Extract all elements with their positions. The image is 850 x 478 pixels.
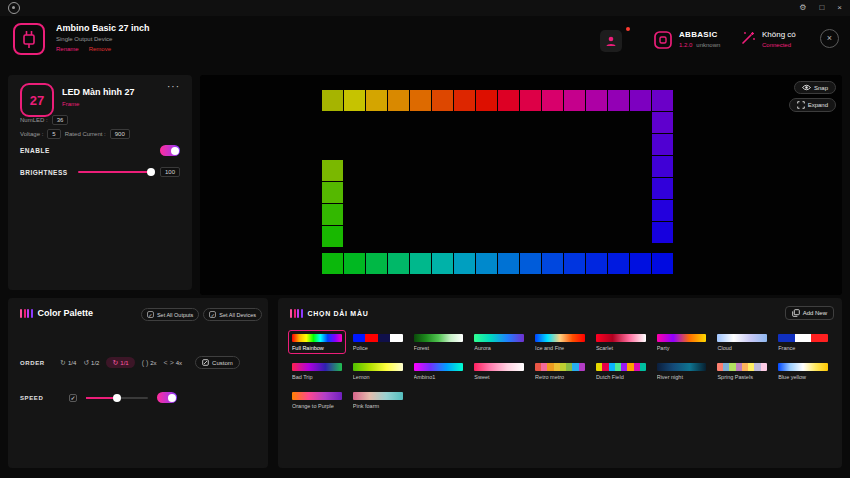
palette-swatch[interactable]: Spring Pastels (713, 359, 771, 383)
palette-swatch[interactable]: Ambino1 (410, 359, 468, 383)
palette-swatch[interactable]: Ice and Fire (531, 330, 589, 354)
connection-section[interactable]: Không có Connected (740, 30, 796, 48)
brightness-slider-knob[interactable] (147, 168, 155, 176)
expand-icon (797, 101, 805, 109)
speed-label: SPEED (20, 395, 60, 401)
snap-button[interactable]: Snap (794, 81, 836, 94)
palette-name: Lemon (353, 374, 403, 380)
led-cell (542, 90, 563, 111)
brightness-slider[interactable] (78, 171, 154, 173)
palette-name: Aurora (474, 345, 524, 351)
palette-gradient-bar (535, 363, 585, 371)
led-cell (498, 90, 519, 111)
palette-swatch[interactable]: Police (349, 330, 407, 354)
palette-swatch[interactable]: Sweet (470, 359, 528, 383)
order-option-custom[interactable]: Custom (195, 356, 240, 369)
palette-gradient-bar (596, 363, 646, 371)
palette-swatch[interactable]: Retro metro (531, 359, 589, 383)
account-section[interactable]: ABBASIC 1.2.0unknown (653, 30, 720, 50)
led-cell (432, 253, 453, 274)
palette-name: Full Rainbow (292, 345, 342, 351)
connection-name: Không có (762, 30, 796, 39)
palette-swatch[interactable]: Dutch Field (592, 359, 650, 383)
more-options-icon[interactable]: ··· (167, 81, 180, 92)
add-new-button[interactable]: Add New (785, 306, 834, 320)
palette-swatch[interactable]: Orange to Purple (288, 388, 346, 412)
palette-gradient-bar (292, 392, 342, 400)
rename-link[interactable]: Rename (56, 46, 79, 52)
copy-plus-icon (792, 309, 800, 317)
led-cell (366, 253, 387, 274)
account-name: ABBASIC (679, 30, 720, 39)
palette-gradient-bar (657, 363, 707, 371)
palette-swatch[interactable]: Full Rainbow (288, 330, 346, 354)
order-option-2x[interactable]: ( )2x (142, 359, 157, 366)
palette-swatch[interactable]: Aurora (470, 330, 528, 354)
palette-name: Spring Pastels (717, 374, 767, 380)
set-all-devices-button[interactable]: ✓ Set All Devices (203, 308, 262, 321)
settings-icon[interactable]: ⚙ (799, 4, 806, 12)
window-close-icon[interactable]: × (837, 4, 842, 12)
palette-name: River night (657, 374, 707, 380)
palette-name: Orange to Purple (292, 403, 342, 409)
color-palette-panel: Color Palette ✓ Set All Outputs ✓ Set Al… (8, 298, 268, 468)
order-option-12[interactable]: ↺1/2 (83, 359, 99, 366)
led-cell (344, 90, 365, 111)
led-cell (322, 90, 343, 111)
order-option-4x[interactable]: < >4x (164, 359, 182, 366)
palette-gradient-bar (414, 334, 464, 342)
palette-swatch[interactable]: Cloud (713, 330, 771, 354)
device-icon (12, 22, 46, 56)
output-title: LED Màn hình 27 (62, 87, 135, 97)
set-all-outputs-button[interactable]: ✓ Set All Outputs (141, 308, 199, 321)
account-status: unknown (696, 42, 720, 48)
enable-label: ENABLE (20, 147, 50, 154)
led-cell (542, 253, 563, 274)
palette-name: Cloud (717, 345, 767, 351)
palette-swatch[interactable]: Party (653, 330, 711, 354)
picker-title: CHỌN DẢI MÀU (308, 310, 369, 317)
led-cell (652, 90, 673, 111)
speed-slider-knob[interactable] (113, 394, 121, 402)
set-all-outputs-label: Set All Outputs (157, 312, 193, 318)
speed-slider[interactable] (86, 397, 148, 399)
header-close-button[interactable]: × (820, 29, 839, 48)
maximize-icon[interactable]: □ (819, 4, 824, 12)
speed-checkbox[interactable]: ✓ (69, 394, 77, 402)
palette-swatch[interactable]: Forest (410, 330, 468, 354)
order-option-label: Custom (212, 360, 233, 366)
remove-link[interactable]: Remove (89, 46, 111, 52)
order-option-11[interactable]: ↻1/1 (106, 357, 134, 368)
palette-panel-title: Color Palette (38, 308, 94, 318)
palette-bars-icon (20, 309, 33, 318)
user-button[interactable] (600, 30, 622, 52)
led-cell (322, 160, 343, 181)
palette-swatch[interactable]: France (774, 330, 832, 354)
led-cell (652, 200, 673, 221)
led-cell (520, 253, 541, 274)
led-cell (564, 253, 585, 274)
palette-swatch[interactable]: Blue yellow (774, 359, 832, 383)
speed-toggle[interactable] (157, 392, 177, 403)
led-cell (608, 253, 629, 274)
palette-name: France (778, 345, 828, 351)
device-info: Ambino Basic 27 inch Single Output Devic… (56, 23, 150, 52)
palette-swatch[interactable]: Bad Trip (288, 359, 346, 383)
order-option-14[interactable]: ↻1/4 (60, 359, 76, 366)
palette-name: Ambino1 (414, 374, 464, 380)
enable-toggle[interactable] (160, 145, 180, 156)
palette-swatch[interactable]: Pink foarm (349, 388, 407, 412)
expand-button[interactable]: Expand (789, 98, 836, 112)
close-icon: × (827, 34, 832, 43)
palette-gradient-bar (353, 334, 403, 342)
order-option-icon: ↺ (83, 359, 89, 366)
led-cell (652, 134, 673, 155)
palette-swatch[interactable]: River night (653, 359, 711, 383)
palette-swatch[interactable]: Lemon (349, 359, 407, 383)
palette-name: Retro metro (535, 374, 585, 380)
led-cell (388, 90, 409, 111)
palette-swatch[interactable]: Scarlet (592, 330, 650, 354)
checkbox-icon: ✓ (147, 311, 154, 318)
led-cell (476, 253, 497, 274)
palette-gradient-bar (778, 363, 828, 371)
